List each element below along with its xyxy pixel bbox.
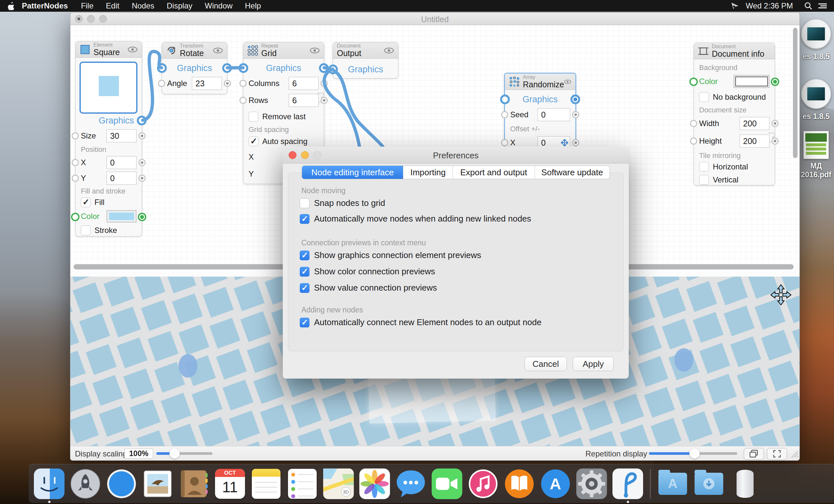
x-output-port[interactable] bbox=[138, 159, 146, 166]
dock-contacts[interactable] bbox=[178, 468, 210, 500]
dock-patternodes[interactable] bbox=[612, 468, 644, 500]
fullscreen-button[interactable] bbox=[767, 448, 787, 460]
graphics-input-port[interactable] bbox=[328, 65, 338, 74]
notification-center-icon[interactable] bbox=[818, 2, 828, 10]
dock-finder[interactable] bbox=[33, 468, 65, 500]
seed-output-port[interactable] bbox=[572, 111, 579, 118]
dock-itunes[interactable] bbox=[467, 468, 499, 500]
dock-notes[interactable] bbox=[250, 468, 282, 500]
move-handle-icon[interactable] bbox=[561, 139, 568, 146]
angle-input-port[interactable] bbox=[158, 80, 165, 87]
stroke-checkbox[interactable] bbox=[81, 225, 91, 235]
desktop-icon-disk-image-1[interactable]: es 1.8.5 bbox=[798, 19, 834, 61]
dock-messages[interactable] bbox=[395, 468, 427, 500]
tab-software-update[interactable]: Software update bbox=[535, 166, 610, 179]
node-header[interactable]: Array Randomize bbox=[505, 74, 575, 90]
node-document-output[interactable]: Document Output Graphics bbox=[333, 42, 398, 79]
color-output-port[interactable] bbox=[771, 78, 779, 86]
color-swatch[interactable] bbox=[107, 210, 136, 222]
desktop-icon-pdf[interactable]: МД 2016.pdf bbox=[798, 131, 834, 179]
cancel-button[interactable]: Cancel bbox=[525, 357, 567, 371]
dock-app-store[interactable]: A bbox=[540, 468, 571, 500]
visibility-eye-icon[interactable] bbox=[564, 79, 571, 85]
tab-importing[interactable]: Importing bbox=[403, 166, 453, 179]
visibility-eye-icon[interactable] bbox=[127, 47, 138, 52]
tab-node-editing-interface[interactable]: Node editing interface bbox=[302, 166, 403, 179]
columns-field[interactable] bbox=[289, 77, 319, 90]
remove-last-checkbox[interactable] bbox=[248, 112, 258, 122]
dock-applications-folder[interactable]: A bbox=[657, 468, 689, 500]
no-background-checkbox[interactable] bbox=[699, 92, 709, 102]
angle-field[interactable] bbox=[192, 77, 222, 90]
horizontal-checkbox[interactable] bbox=[699, 162, 709, 172]
size-input-port[interactable] bbox=[72, 132, 79, 139]
menu-window[interactable]: Window bbox=[198, 1, 239, 10]
graphics-input-port[interactable] bbox=[239, 63, 248, 73]
x-field[interactable] bbox=[107, 156, 136, 169]
spotlight-search-icon[interactable] bbox=[804, 2, 812, 10]
width-field[interactable] bbox=[740, 117, 769, 130]
apple-menu-icon[interactable] bbox=[8, 2, 15, 10]
rows-field[interactable] bbox=[289, 94, 319, 107]
vertical-checkbox[interactable] bbox=[699, 175, 709, 185]
width-output-port[interactable] bbox=[771, 120, 778, 127]
pref-show-graphics-previews[interactable]: Show graphics connection element preview… bbox=[300, 250, 481, 260]
dock-downloads-folder[interactable] bbox=[693, 468, 725, 500]
columns-input-port[interactable] bbox=[239, 80, 247, 87]
menu-help[interactable]: Help bbox=[239, 1, 267, 10]
columns-output-port[interactable] bbox=[321, 80, 328, 87]
graphics-input-port[interactable] bbox=[500, 94, 510, 104]
menu-display[interactable]: Display bbox=[161, 1, 199, 10]
height-field[interactable] bbox=[740, 135, 769, 148]
checkbox-checked[interactable] bbox=[300, 214, 309, 224]
menu-edit[interactable]: Edit bbox=[100, 1, 126, 10]
graphics-output-port[interactable] bbox=[570, 94, 580, 104]
angle-output-port[interactable] bbox=[224, 80, 231, 87]
display-scaling-value[interactable]: 100% bbox=[125, 448, 153, 458]
visibility-eye-icon[interactable] bbox=[213, 48, 223, 53]
dock-facetime[interactable] bbox=[431, 468, 463, 500]
node-header[interactable]: Repeat Grid bbox=[243, 42, 324, 59]
dock-system-preferences[interactable] bbox=[576, 468, 608, 500]
resize-grip[interactable] bbox=[790, 449, 799, 458]
x-input-port[interactable] bbox=[72, 159, 79, 166]
node-header[interactable]: Document Output bbox=[333, 42, 398, 59]
color-input-port[interactable] bbox=[689, 78, 698, 86]
fill-checkbox[interactable] bbox=[81, 197, 91, 207]
y-output-port[interactable] bbox=[138, 175, 146, 182]
auto-spacing-checkbox[interactable] bbox=[248, 136, 258, 146]
height-input-port[interactable] bbox=[690, 137, 697, 145]
size-field[interactable] bbox=[107, 129, 136, 143]
patternodes-status-icon[interactable] bbox=[730, 2, 740, 10]
color-output-port[interactable] bbox=[138, 213, 146, 221]
width-input-port[interactable] bbox=[690, 120, 697, 127]
vertical-scrollbar[interactable] bbox=[793, 28, 797, 158]
menu-app-name[interactable]: PatterNodes bbox=[15, 1, 74, 10]
checkbox-checked[interactable] bbox=[300, 317, 309, 327]
x-output-port[interactable] bbox=[572, 139, 579, 146]
node-element-square[interactable]: Element Square Graphics Size Position X … bbox=[75, 41, 142, 237]
dock-ibooks[interactable] bbox=[503, 468, 535, 500]
size-output-port[interactable] bbox=[138, 132, 146, 139]
dock-trash[interactable] bbox=[729, 468, 761, 500]
y-input-port[interactable] bbox=[72, 175, 79, 182]
visibility-eye-icon[interactable] bbox=[384, 48, 394, 53]
pref-show-color-previews[interactable]: Show color connection previews bbox=[300, 266, 435, 277]
rows-input-port[interactable] bbox=[239, 97, 247, 104]
dialog-title-bar[interactable]: Preferences bbox=[283, 147, 629, 163]
dock-calendar[interactable]: OCT 11 bbox=[214, 468, 246, 500]
visibility-eye-icon[interactable] bbox=[309, 48, 320, 53]
pref-snap-nodes-to-grid[interactable]: Snap nodes to grid bbox=[300, 198, 385, 208]
background-color-swatch[interactable] bbox=[734, 75, 769, 88]
tile-view-button[interactable] bbox=[744, 448, 764, 460]
y-field[interactable] bbox=[107, 172, 136, 185]
checkbox-checked[interactable] bbox=[300, 267, 309, 277]
menu-clock[interactable]: Wed 2:36 PM bbox=[740, 1, 799, 10]
pref-auto-connect-element-nodes[interactable]: Automatically connect new Element nodes … bbox=[300, 317, 542, 327]
repetition-display-slider-thumb[interactable] bbox=[689, 448, 700, 459]
graphics-output-port[interactable] bbox=[319, 63, 329, 73]
repetition-display-slider[interactable] bbox=[649, 452, 737, 455]
dock-launchpad[interactable] bbox=[69, 468, 101, 500]
menu-nodes[interactable]: Nodes bbox=[126, 1, 160, 10]
dock-maps[interactable]: 3D bbox=[323, 468, 354, 500]
